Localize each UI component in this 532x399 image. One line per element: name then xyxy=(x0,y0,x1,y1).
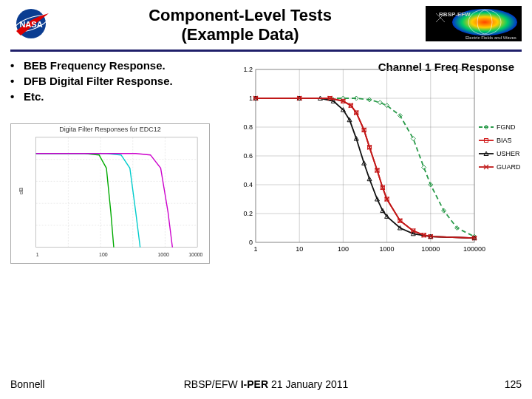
svg-text:0.6: 0.6 xyxy=(243,152,253,160)
svg-text:100: 100 xyxy=(338,245,349,253)
title-line-2: (Example Data) xyxy=(55,25,426,44)
svg-text:1000: 1000 xyxy=(157,251,169,256)
svg-text:0.4: 0.4 xyxy=(243,181,253,188)
svg-text:1: 1 xyxy=(253,245,257,253)
bullet-item: •BEB Frequency Response. xyxy=(10,59,226,72)
bullet-text: DFB Digital Filter Response. xyxy=(24,75,173,87)
svg-text:0: 0 xyxy=(249,239,253,246)
mini-chart: Digita Filter Responses for EDC12 dB 1 1… xyxy=(10,123,210,264)
content: •BEB Frequency Response. •DFB Digital Fi… xyxy=(10,59,522,264)
svg-text:1000: 1000 xyxy=(380,245,395,253)
bullet-text: BEB Frequency Response. xyxy=(24,59,166,72)
main-chart: Channel 1 Freq Response 00.20.40.60.811.… xyxy=(233,59,522,259)
svg-text:100000: 100000 xyxy=(463,245,485,253)
svg-text:1: 1 xyxy=(249,95,253,102)
svg-text:1.2: 1.2 xyxy=(243,66,253,73)
svg-text:NASA: NASA xyxy=(19,20,42,29)
slide: NASA Component-Level Tests (Example Data… xyxy=(0,0,532,399)
footer-center: RBSP/EFW I-PER 21 January 2011 xyxy=(184,378,349,390)
svg-text:0.8: 0.8 xyxy=(243,123,253,131)
bullet-text: Etc. xyxy=(24,90,44,103)
left-column: •BEB Frequency Response. •DFB Digital Fi… xyxy=(10,59,226,264)
nasa-logo: NASA xyxy=(10,6,55,41)
header: NASA Component-Level Tests (Example Data… xyxy=(10,6,522,45)
svg-text:0.2: 0.2 xyxy=(243,210,253,217)
svg-text:USHER: USHER xyxy=(497,150,520,157)
svg-text:dB: dB xyxy=(18,187,24,194)
svg-text:10: 10 xyxy=(296,245,303,253)
svg-text:GUARD: GUARD xyxy=(497,163,521,171)
svg-text:100: 100 xyxy=(99,251,108,256)
svg-text:FGND: FGND xyxy=(497,123,516,131)
svg-text:10000: 10000 xyxy=(421,245,440,253)
svg-text:10000: 10000 xyxy=(188,251,202,256)
svg-text:Electric Fields and Waves: Electric Fields and Waves xyxy=(466,35,516,40)
footer-author: Bonnell xyxy=(10,378,45,390)
title-line-1: Component-Level Tests xyxy=(55,6,426,25)
title-block: Component-Level Tests (Example Data) xyxy=(55,6,426,45)
svg-text:BIAS: BIAS xyxy=(497,137,512,144)
bullet-item: •DFB Digital Filter Response. xyxy=(10,75,226,87)
divider xyxy=(10,50,522,52)
right-column: Channel 1 Freq Response 00.20.40.60.811.… xyxy=(233,59,522,264)
bullet-list: •BEB Frequency Response. •DFB Digital Fi… xyxy=(10,59,226,103)
bullet-item: •Etc. xyxy=(10,90,226,103)
svg-text:1: 1 xyxy=(36,251,39,256)
footer: Bonnell RBSP/EFW I-PER 21 January 2011 1… xyxy=(10,378,522,390)
page-number: 125 xyxy=(505,378,522,390)
rbsp-efw-logo: RBSP-EFWElectric Fields and Waves xyxy=(426,6,522,41)
